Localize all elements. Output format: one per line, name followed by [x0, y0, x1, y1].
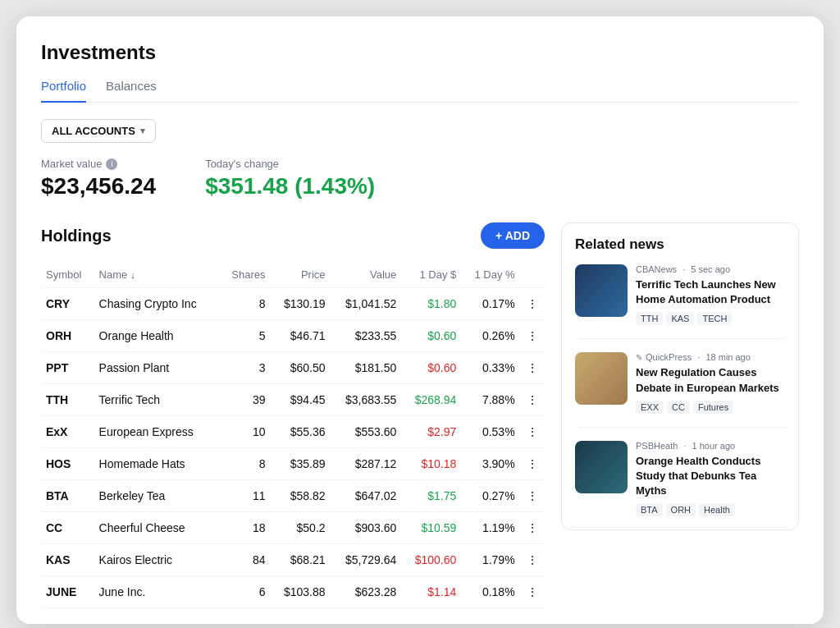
news-source: CBANews · 5 sec ago — [636, 264, 785, 274]
cell-1day-dollar: $0.60 — [401, 320, 461, 352]
more-options-icon[interactable]: ⋮ — [520, 576, 545, 608]
todays-change-label: Today's change — [205, 158, 375, 170]
more-options-icon[interactable]: ⋮ — [520, 384, 545, 416]
cell-1day-pct: 1.79% — [461, 544, 519, 576]
cell-shares: 6 — [219, 576, 270, 608]
news-source: ✎QuickPress · 18 min ago — [636, 352, 785, 362]
table-row: CRY Chasing Crypto Inc 8 $130.19 $1,041.… — [41, 288, 545, 320]
market-value: $23,456.24 — [41, 173, 156, 199]
tab-balances[interactable]: Balances — [106, 79, 157, 103]
cell-1day-pct: 0.18% — [461, 576, 519, 608]
cell-value: $647.02 — [331, 480, 402, 512]
todays-change-block: Today's change $351.48 (1.43%) — [205, 158, 375, 199]
cell-1day-dollar: $10.18 — [401, 448, 461, 480]
more-options-icon[interactable]: ⋮ — [520, 480, 545, 512]
col-price: Price — [271, 262, 331, 288]
cell-1day-pct: 0.33% — [461, 352, 519, 384]
more-options-icon[interactable]: ⋮ — [520, 544, 545, 576]
news-tag: Health — [699, 503, 735, 516]
cell-1day-pct: 7.88% — [461, 384, 519, 416]
cell-symbol: CRY — [41, 288, 94, 320]
news-tag: EXX — [636, 401, 664, 414]
more-options-icon[interactable]: ⋮ — [520, 448, 545, 480]
page-title: Investments — [41, 41, 799, 64]
cell-1day-dollar: $1.14 — [401, 576, 461, 608]
cell-name: June Inc. — [94, 576, 220, 608]
col-actions — [520, 262, 545, 288]
news-tag: TECH — [697, 312, 732, 325]
market-value-block: Market value i $23,456.24 — [41, 158, 156, 199]
col-1day-pct: 1 Day % — [461, 262, 519, 288]
cell-symbol: ORH — [41, 320, 94, 352]
holdings-header: Holdings + ADD — [41, 222, 545, 249]
cell-value: $233.55 — [331, 320, 402, 352]
cell-price: $68.21 — [271, 544, 331, 576]
cell-price: $50.2 — [271, 512, 331, 544]
col-name[interactable]: Name ↓ — [94, 262, 220, 288]
news-item[interactable]: CBANews · 5 sec ago Terrific Tech Launch… — [575, 264, 785, 339]
news-tag: BTA — [636, 503, 663, 516]
app-container: Investments Portfolio Balances ALL ACCOU… — [16, 16, 824, 624]
add-button[interactable]: + ADD — [481, 222, 545, 249]
news-tag: KAS — [666, 312, 694, 325]
cell-1day-pct: 0.17% — [461, 288, 519, 320]
more-options-icon[interactable]: ⋮ — [520, 512, 545, 544]
table-row: ORH Orange Health 5 $46.71 $233.55 $0.60… — [41, 320, 545, 352]
news-tags: BTAORHHealth — [636, 503, 785, 516]
news-headline: Orange Health Conducts Study that Debunk… — [636, 454, 785, 499]
cell-value: $3,683.55 — [331, 384, 402, 416]
news-thumbnail — [575, 352, 628, 405]
more-options-icon[interactable]: ⋮ — [520, 288, 545, 320]
chevron-down-icon: ▾ — [140, 126, 145, 136]
cell-name: Kairos Electric — [94, 544, 220, 576]
cell-value: $553.60 — [331, 416, 402, 448]
cell-name: Passion Plant — [94, 352, 220, 384]
tabs-bar: Portfolio Balances — [41, 79, 799, 103]
cell-name: Homemade Hats — [94, 448, 220, 480]
news-item[interactable]: PSBHeath · 1 hour ago Orange Health Cond… — [575, 441, 785, 517]
sort-icon: ↓ — [130, 270, 135, 280]
main-content: Holdings + ADD Symbol Name ↓ Shares — [41, 222, 799, 608]
news-time: 18 min ago — [705, 352, 750, 362]
account-selector-label: ALL ACCOUNTS — [52, 125, 135, 137]
more-options-icon[interactable]: ⋮ — [520, 416, 545, 448]
cell-shares: 8 — [219, 288, 270, 320]
news-content: CBANews · 5 sec ago Terrific Tech Launch… — [636, 264, 785, 325]
cell-1day-dollar: $1.80 — [401, 288, 461, 320]
news-time: 5 sec ago — [691, 264, 730, 274]
cell-name: Berkeley Tea — [94, 480, 220, 512]
cell-value: $1,041.52 — [331, 288, 402, 320]
cell-shares: 11 — [219, 480, 270, 512]
news-source: PSBHeath · 1 hour ago — [636, 441, 785, 451]
cell-symbol: KAS — [41, 544, 94, 576]
cell-symbol: ExX — [41, 416, 94, 448]
cell-shares: 8 — [219, 448, 270, 480]
news-tag: ORH — [666, 503, 696, 516]
more-options-icon[interactable]: ⋮ — [520, 352, 545, 384]
cell-shares: 18 — [219, 512, 270, 544]
news-source-name: PSBHeath — [636, 441, 678, 451]
cell-symbol: PPT — [41, 352, 94, 384]
account-selector[interactable]: ALL ACCOUNTS ▾ — [41, 119, 156, 143]
cell-1day-pct: 0.53% — [461, 416, 519, 448]
cell-price: $55.36 — [271, 416, 331, 448]
news-headline: New Regulation Causes Debate in European… — [636, 365, 785, 395]
cell-name: Terrific Tech — [94, 384, 220, 416]
news-section: Related news CBANews · 5 sec ago Terrifi… — [561, 222, 799, 608]
table-row: TTH Terrific Tech 39 $94.45 $3,683.55 $2… — [41, 384, 545, 416]
more-options-icon[interactable]: ⋮ — [520, 320, 545, 352]
cell-1day-dollar: $0.60 — [401, 352, 461, 384]
news-title: Related news — [575, 236, 785, 253]
cell-symbol: CC — [41, 512, 94, 544]
tab-portfolio[interactable]: Portfolio — [41, 79, 86, 103]
cell-price: $130.19 — [271, 288, 331, 320]
cell-1day-dollar: $268.94 — [401, 384, 461, 416]
cell-1day-dollar: $100.60 — [401, 544, 461, 576]
cell-shares: 84 — [219, 544, 270, 576]
news-tag: CC — [667, 401, 690, 414]
cell-value: $5,729.64 — [331, 544, 402, 576]
todays-change-value: $351.48 (1.43%) — [205, 173, 375, 199]
news-content: PSBHeath · 1 hour ago Orange Health Cond… — [636, 441, 785, 517]
news-item[interactable]: ✎QuickPress · 18 min ago New Regulation … — [575, 352, 785, 427]
news-tags: TTHKASTECH — [636, 312, 785, 325]
